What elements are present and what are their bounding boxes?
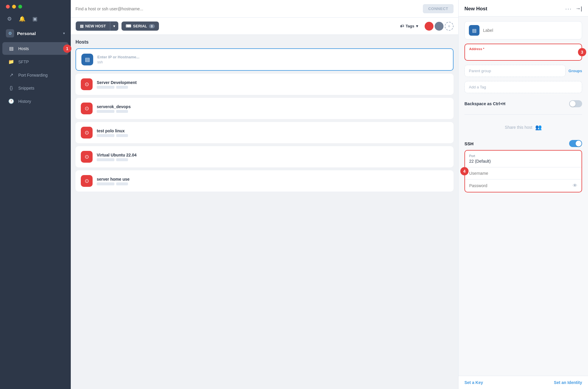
password-field[interactable]: 👁 <box>465 179 582 192</box>
ssh-fields-box: Port 22 (Default) 👁 <box>464 150 582 192</box>
username-row <box>469 171 577 176</box>
host-icon: ⊙ <box>81 103 93 114</box>
host-info: serverok_devops <box>97 104 448 113</box>
host-name: serverok_devops <box>97 104 448 109</box>
new-host-dropdown-button[interactable]: ▾ <box>110 22 118 31</box>
hosts-icon: ▤ <box>8 46 14 51</box>
host-name: server home use <box>97 177 448 182</box>
port-value: 22 (Default) <box>469 159 577 164</box>
host-sub <box>97 182 448 185</box>
host-icon: ⊙ <box>81 127 93 139</box>
main-area: CONNECT ▤ NEW HOST ▾ 2 ⌨ SERIAL 0 🏷 Tags… <box>71 0 458 389</box>
toolbar: ▤ NEW HOST ▾ 2 ⌨ SERIAL 0 🏷 Tags ▾ + <box>71 18 458 35</box>
ssh-toggle[interactable] <box>569 140 582 147</box>
host-sub <box>97 110 448 113</box>
sidebar-top <box>0 0 71 13</box>
new-host-button[interactable]: ▤ NEW HOST <box>76 22 110 31</box>
toggle-knob <box>570 101 576 107</box>
tag-icon: 🏷 <box>400 24 404 28</box>
sidebar-item-label: Snippets <box>18 86 34 90</box>
right-panel: New Host ··· →| ▤ Address * 3 Parent gro… <box>458 0 588 389</box>
avatar-group: + <box>425 22 454 31</box>
share-label: Share this host <box>505 125 532 130</box>
serial-button[interactable]: ⌨ SERIAL 0 <box>121 22 159 31</box>
list-item[interactable]: ⊙ Server Development <box>75 74 454 95</box>
new-host-icon: ▤ <box>80 24 83 28</box>
host-info: Virtual Ubuntu 22.04 <box>97 153 448 161</box>
panel-title: New Host <box>464 6 562 12</box>
host-sub-block <box>97 86 114 89</box>
address-label: Address * <box>469 47 577 51</box>
host-icon: ⊙ <box>81 151 93 163</box>
new-host-group: ▤ NEW HOST ▾ 2 <box>75 21 119 31</box>
host-sub-block <box>116 86 128 89</box>
panel-header: New Host ··· →| <box>459 0 588 17</box>
address-input[interactable] <box>469 52 577 57</box>
sidebar-item-history[interactable]: 🕐 History <box>2 95 68 108</box>
avatar-1[interactable] <box>425 22 433 31</box>
avatar-2[interactable] <box>435 22 444 31</box>
chevron-down-icon: ▾ <box>416 24 418 28</box>
backspace-toggle[interactable] <box>569 100 582 107</box>
new-host-sub: ssh <box>97 60 448 64</box>
maximize-button[interactable] <box>18 5 22 9</box>
tag-box[interactable]: Add a Tag <box>464 81 582 93</box>
host-type-icon: ▤ <box>469 25 479 36</box>
new-host-placeholder: Enter IP or Hostname... <box>97 55 448 59</box>
hosts-area: Hosts ▤ Enter IP or Hostname... ssh ⊙ Se… <box>71 35 458 389</box>
list-item[interactable]: ⊙ Virtual Ubuntu 22.04 <box>75 146 454 167</box>
terminal-icon[interactable]: ▣ <box>31 14 39 23</box>
connect-button[interactable]: CONNECT <box>423 4 454 13</box>
close-button[interactable] <box>6 5 10 9</box>
host-icon: ⊙ <box>81 78 93 90</box>
username-field[interactable] <box>465 167 582 179</box>
address-field-box: Address * <box>464 44 582 61</box>
sidebar-item-sftp[interactable]: 📁 SFTP <box>2 55 68 68</box>
sidebar-icons-row: ⚙ 🔔 ▣ <box>0 13 71 26</box>
chevron-down-icon: ▾ <box>63 31 65 35</box>
username-input[interactable] <box>469 171 577 176</box>
add-avatar-button[interactable]: + <box>445 22 454 31</box>
host-sub-block <box>116 158 128 161</box>
password-input[interactable] <box>469 183 573 188</box>
step-1-badge: 1 <box>63 44 71 53</box>
toggle-knob <box>576 141 582 146</box>
personal-label: Personal <box>17 31 60 36</box>
traffic-lights <box>6 5 22 9</box>
more-options-button[interactable]: ··· <box>565 5 572 12</box>
password-row: 👁 <box>469 183 577 188</box>
sidebar-item-hosts[interactable]: ▤ Hosts 1 <box>2 42 68 55</box>
label-input[interactable] <box>483 28 578 33</box>
list-item[interactable]: ⊙ test polo linux <box>75 122 454 143</box>
new-host-card[interactable]: ▤ Enter IP or Hostname... ssh <box>75 48 454 71</box>
serial-icon: ⌨ <box>126 24 131 28</box>
list-item[interactable]: ⊙ server home use <box>75 170 454 192</box>
search-input[interactable] <box>75 6 419 11</box>
tags-button[interactable]: 🏷 Tags ▾ <box>397 22 422 31</box>
share-people-icon: 👥 <box>535 124 542 131</box>
host-sub-block <box>116 182 128 185</box>
groups-link[interactable]: Groups <box>569 69 582 73</box>
host-sub <box>97 134 448 137</box>
personal-row[interactable]: ⚙ Personal ▾ <box>0 26 71 42</box>
sidebar-item-label: SFTP <box>18 60 29 64</box>
hosts-title: Hosts <box>75 39 454 45</box>
minimize-button[interactable] <box>12 5 16 9</box>
settings-icon[interactable]: ⚙ <box>6 14 13 23</box>
notification-icon[interactable]: 🔔 <box>18 14 27 23</box>
sidebar-item-snippets[interactable]: {} Snippets <box>2 82 68 94</box>
host-sub <box>97 86 448 89</box>
list-item[interactable]: ⊙ serverok_devops <box>75 98 454 119</box>
port-label: Port <box>469 154 577 158</box>
panel-arrow-button[interactable]: →| <box>575 6 582 12</box>
host-sub-block <box>116 134 128 137</box>
set-identity-button[interactable]: Set an Identity <box>554 380 582 385</box>
sidebar-item-port-forwarding[interactable]: ↗ Port Forwarding <box>2 69 68 81</box>
set-key-button[interactable]: Set a Key <box>464 380 483 385</box>
search-bar: CONNECT <box>71 0 458 18</box>
port-field: Port 22 (Default) <box>465 151 582 167</box>
sidebar-nav: ▤ Hosts 1 📁 SFTP ↗ Port Forwarding {} Sn… <box>0 42 71 389</box>
label-section: ▤ <box>464 21 582 39</box>
host-info: test polo linux <box>97 128 448 137</box>
eye-icon[interactable]: 👁 <box>573 183 577 188</box>
